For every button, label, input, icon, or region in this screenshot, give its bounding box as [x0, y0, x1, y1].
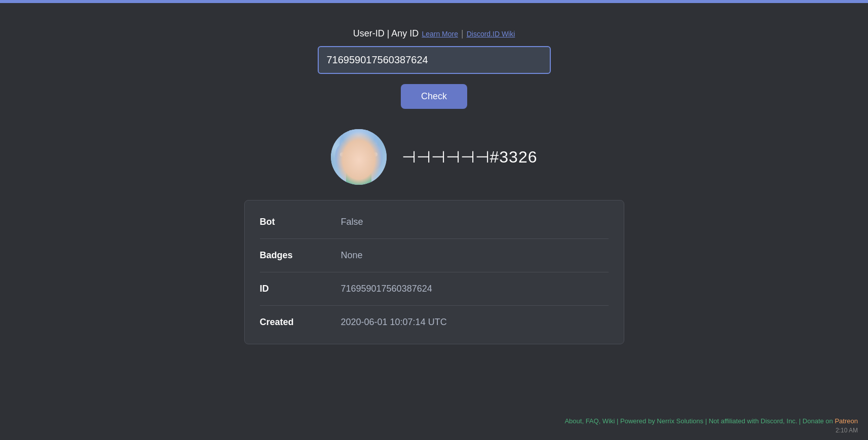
info-row-created: Created 2020-06-01 10:07:14 UTC: [260, 306, 609, 339]
main-content: User-ID | Any ID Learn More | Discord.ID…: [0, 3, 868, 344]
created-label: Created: [260, 317, 341, 328]
input-label: User-ID | Any ID: [353, 28, 419, 39]
check-button[interactable]: Check: [401, 84, 467, 109]
id-value: 716959017560387624: [341, 284, 432, 294]
footer-patreon[interactable]: Patreon: [835, 417, 858, 425]
user-id-input[interactable]: [318, 46, 551, 74]
profile-section: ⊣⊣⊣⊣⊣⊣#3326: [331, 129, 538, 185]
avatar-inner: [331, 129, 387, 185]
footer: About, FAQ, Wiki | Powered by Nerrix Sol…: [554, 411, 868, 441]
footer-text: About, FAQ, Wiki | Powered by Nerrix Sol…: [564, 416, 858, 435]
info-row-id: ID 716959017560387624: [260, 272, 609, 306]
id-label: ID: [260, 284, 341, 294]
badges-value: None: [341, 250, 363, 261]
avatar: [331, 129, 387, 185]
learn-more-link[interactable]: Learn More: [422, 30, 458, 38]
wiki-link[interactable]: Discord.ID Wiki: [467, 30, 515, 38]
bot-label: Bot: [260, 217, 341, 227]
label-row: User-ID | Any ID Learn More | Discord.ID…: [353, 28, 515, 39]
username: ⊣⊣⊣⊣⊣⊣#3326: [402, 147, 538, 167]
badges-label: Badges: [260, 250, 341, 261]
footer-main-text: About, FAQ, Wiki | Powered by Nerrix Sol…: [564, 417, 835, 425]
info-row-badges: Badges None: [260, 239, 609, 272]
info-card: Bot False Badges None ID 716959017560387…: [244, 200, 624, 344]
info-row-bot: Bot False: [260, 206, 609, 239]
separator: |: [461, 28, 464, 39]
created-value: 2020-06-01 10:07:14 UTC: [341, 317, 447, 328]
bot-value: False: [341, 217, 363, 227]
footer-time: 2:10 AM: [564, 426, 858, 435]
avatar-face: [331, 129, 387, 185]
